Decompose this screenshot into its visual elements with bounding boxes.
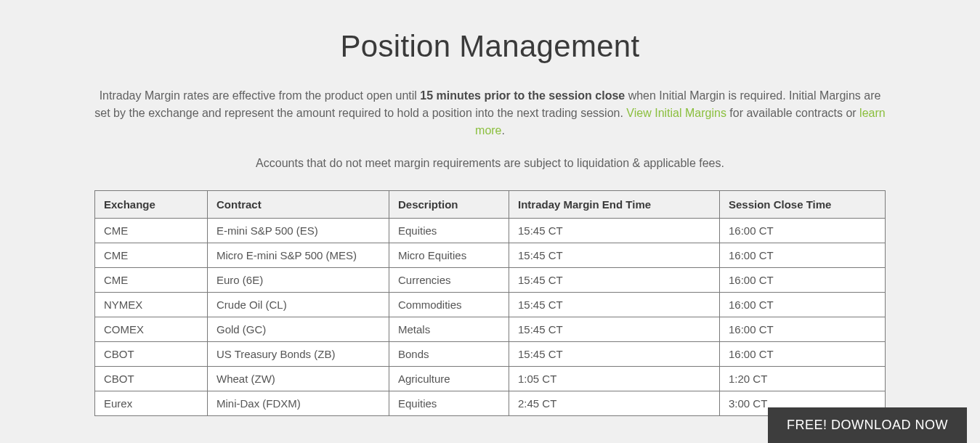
cell-intraday: 2:45 CT [509,391,720,416]
cell-exchange: CBOT [95,342,208,367]
table-row: NYMEXCrude Oil (CL)Commodities15:45 CT16… [95,293,886,317]
cell-session: 16:00 CT [720,342,886,367]
liquidation-note: Accounts that do not meet margin require… [94,157,886,170]
table-row: CMEE-mini S&P 500 (ES)Equities15:45 CT16… [95,219,886,243]
cell-session: 16:00 CT [720,317,886,342]
cell-contract: US Treasury Bonds (ZB) [208,342,389,367]
cell-intraday: 15:45 CT [509,243,720,268]
cell-exchange: NYMEX [95,293,208,317]
header-description: Description [389,191,509,219]
cell-description: Bonds [389,342,509,367]
table-row: CMEEuro (6E)Currencies15:45 CT16:00 CT [95,268,886,293]
cell-description: Equities [389,391,509,416]
view-initial-margins-link[interactable]: View Initial Margins [626,107,726,119]
cell-description: Agriculture [389,367,509,391]
table-row: CBOTWheat (ZW)Agriculture1:05 CT1:20 CT [95,367,886,391]
cell-contract: Crude Oil (CL) [208,293,389,317]
cell-intraday: 15:45 CT [509,268,720,293]
cell-exchange: CBOT [95,367,208,391]
cell-exchange: CME [95,219,208,243]
table-header-row: Exchange Contract Description Intraday M… [95,191,886,219]
table-row: CMEMicro E-mini S&P 500 (MES)Micro Equit… [95,243,886,268]
cell-session: 1:20 CT [720,367,886,391]
cell-exchange: CME [95,268,208,293]
intro-text-4: . [502,124,505,137]
margin-table: Exchange Contract Description Intraday M… [94,190,886,416]
intro-text-1: Intraday Margin rates are effective from… [100,89,421,102]
cell-contract: Micro E-mini S&P 500 (MES) [208,243,389,268]
cell-intraday: 15:45 CT [509,219,720,243]
cell-session: 16:00 CT [720,219,886,243]
cell-exchange: Eurex [95,391,208,416]
header-exchange: Exchange [95,191,208,219]
intro-text-3: for available contracts or [726,107,859,119]
header-contract: Contract [208,191,389,219]
intro-paragraph: Intraday Margin rates are effective from… [94,87,886,139]
cell-intraday: 15:45 CT [509,293,720,317]
intro-bold: 15 minutes prior to the session close [420,89,625,102]
cell-session: 16:00 CT [720,243,886,268]
cell-contract: E-mini S&P 500 (ES) [208,219,389,243]
cell-description: Micro Equities [389,243,509,268]
cell-contract: Wheat (ZW) [208,367,389,391]
page-container: Position Management Intraday Margin rate… [0,0,980,443]
cell-session: 16:00 CT [720,268,886,293]
cell-description: Currencies [389,268,509,293]
cell-contract: Mini-Dax (FDXM) [208,391,389,416]
cell-description: Metals [389,317,509,342]
cell-description: Equities [389,219,509,243]
cell-exchange: CME [95,243,208,268]
cell-exchange: COMEX [95,317,208,342]
cell-intraday: 15:45 CT [509,317,720,342]
cell-intraday: 1:05 CT [509,367,720,391]
download-cta-button[interactable]: FREE! DOWNLOAD NOW [768,407,967,443]
table-row: CBOTUS Treasury Bonds (ZB)Bonds15:45 CT1… [95,342,886,367]
header-intraday: Intraday Margin End Time [509,191,720,219]
cell-description: Commodities [389,293,509,317]
cell-contract: Gold (GC) [208,317,389,342]
page-title: Position Management [94,29,886,64]
cell-intraday: 15:45 CT [509,342,720,367]
table-row: EurexMini-Dax (FDXM)Equities2:45 CT3:00 … [95,391,886,416]
header-session: Session Close Time [720,191,886,219]
cell-session: 16:00 CT [720,293,886,317]
table-row: COMEXGold (GC)Metals15:45 CT16:00 CT [95,317,886,342]
cell-contract: Euro (6E) [208,268,389,293]
